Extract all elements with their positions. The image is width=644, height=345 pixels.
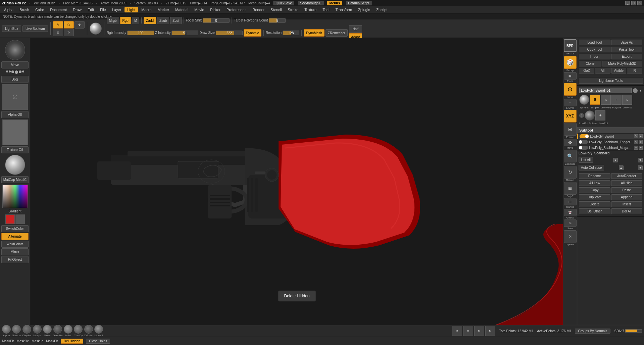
all-button[interactable]: All bbox=[595, 68, 610, 73]
focal-shift-slider[interactable]: Focal Shift 0 bbox=[186, 18, 230, 23]
rgb-button[interactable]: Rgb bbox=[120, 17, 131, 24]
list-down-arrow[interactable]: ▼ bbox=[638, 158, 643, 162]
menu-stencil[interactable]: Stencil bbox=[268, 7, 284, 12]
color-picker[interactable] bbox=[2, 185, 28, 208]
focal-shift-track[interactable]: 0 bbox=[203, 18, 230, 23]
switch-color-button[interactable]: SwitchColor bbox=[1, 225, 29, 232]
zcut-button[interactable]: Zcut bbox=[170, 17, 181, 24]
all-low-button[interactable]: All Low bbox=[579, 180, 610, 186]
import-button[interactable]: Import bbox=[579, 54, 610, 59]
dots-button[interactable]: Dots bbox=[1, 76, 29, 83]
copy-button[interactable]: Copy bbox=[579, 187, 610, 193]
see-through-button[interactable]: See-through 0 bbox=[298, 1, 324, 5]
brush-zmodel[interactable]: ZModel bbox=[84, 325, 93, 337]
zadd-button[interactable]: Zadd bbox=[144, 17, 156, 24]
list-all-button[interactable]: List All bbox=[579, 157, 593, 163]
menu-draw[interactable]: Draw bbox=[70, 7, 84, 12]
draw-size-track[interactable]: 222 bbox=[216, 31, 243, 35]
sphere-icon[interactable] bbox=[579, 95, 589, 105]
half-button[interactable]: Half bbox=[349, 25, 362, 33]
simplet-icon[interactable]: S bbox=[590, 95, 600, 105]
viewport[interactable]: Delete Hidden bbox=[30, 38, 563, 325]
menu-file[interactable]: File bbox=[97, 7, 109, 12]
menu-edit[interactable]: Edit bbox=[85, 7, 97, 12]
subtool-trigger-view[interactable]: 👁 bbox=[639, 140, 643, 144]
move-tool-button[interactable]: ✥ bbox=[75, 21, 85, 29]
del-all-button[interactable]: Del All bbox=[611, 208, 643, 214]
brush-movet[interactable]: Move T bbox=[94, 325, 103, 337]
visible-button[interactable]: Visible bbox=[611, 68, 627, 73]
all-high-button[interactable]: All High bbox=[611, 180, 643, 186]
subtool-magazine-edit[interactable]: ✎ bbox=[634, 146, 638, 150]
duplicate-button[interactable]: Duplicate bbox=[579, 194, 610, 200]
weld-points-button[interactable]: WeldPoints bbox=[1, 241, 29, 248]
rotate-nav-button[interactable]: ↻ bbox=[564, 166, 577, 179]
menu-brush[interactable]: Brush bbox=[17, 7, 32, 12]
del-hidden-button[interactable]: Del Hidden bbox=[61, 339, 83, 344]
subtool-sword-view[interactable]: 👁 bbox=[639, 134, 643, 138]
resolution-track[interactable]: 128 bbox=[283, 31, 299, 35]
brush-move[interactable]: Move bbox=[43, 325, 52, 337]
menu-macro[interactable]: Macro bbox=[139, 7, 154, 12]
lowpot-icon[interactable]: L bbox=[622, 95, 632, 105]
solo-button[interactable]: ① bbox=[564, 219, 577, 227]
menu-light[interactable]: Light bbox=[125, 7, 138, 12]
zoom3d-button[interactable]: 🔍 bbox=[564, 150, 577, 162]
collapse-down-arrow[interactable]: ▼ bbox=[638, 165, 643, 170]
edit-button[interactable]: ✎ bbox=[53, 21, 63, 29]
ghost-button[interactable]: 👻 bbox=[564, 209, 577, 216]
subtool-sword-edit[interactable]: ✎ bbox=[634, 134, 638, 138]
brush-alpha[interactable]: Alpha bbox=[2, 325, 11, 337]
append-button[interactable]: Append bbox=[611, 194, 643, 200]
subtool-trigger-edit[interactable]: ✎ bbox=[634, 140, 638, 144]
z-intensity-track[interactable]: 51 bbox=[171, 31, 198, 35]
delete-button[interactable]: Delete bbox=[579, 201, 610, 207]
texture-preview[interactable] bbox=[2, 119, 28, 145]
close-holes-button[interactable]: Close Holes bbox=[86, 339, 110, 344]
lightbox-tools-button[interactable]: Lightbox►Tools bbox=[579, 78, 643, 84]
menu-zplugin[interactable]: Zplugin bbox=[355, 7, 373, 12]
menu-marker[interactable]: Marker bbox=[155, 7, 172, 12]
brush-inflate[interactable]: Inflat bbox=[64, 325, 72, 337]
save-as-button[interactable]: Save As bbox=[611, 40, 643, 45]
minimize-button[interactable]: _ bbox=[625, 1, 630, 5]
groups-by-normals-button[interactable]: Groups By Normals bbox=[575, 329, 610, 334]
sphere2-icon[interactable] bbox=[585, 110, 595, 120]
zsub-button[interactable]: Zsub bbox=[157, 17, 169, 24]
menu-texture[interactable]: Texture bbox=[302, 7, 319, 12]
matcap-button[interactable]: MatCap MetalC bbox=[1, 176, 29, 183]
rename-button[interactable]: Rename bbox=[579, 173, 610, 179]
sdiv-track[interactable] bbox=[625, 329, 642, 333]
maskla-icon[interactable]: M bbox=[474, 326, 484, 336]
floor-button[interactable]: ▦ bbox=[564, 72, 577, 80]
quicksave-button[interactable]: QuickSave bbox=[274, 1, 294, 5]
paste-button[interactable]: Paste bbox=[611, 187, 643, 193]
menu-movie[interactable]: Movie bbox=[192, 7, 207, 12]
lsym-button[interactable]: ↔ bbox=[564, 99, 577, 106]
mrgb-button[interactable]: Mrgb bbox=[107, 17, 119, 24]
menu-preferences[interactable]: Preferences bbox=[224, 7, 249, 12]
lightbox-button[interactable]: LightBox bbox=[2, 26, 21, 32]
lowpoly-sword-icon[interactable]: ⚔ bbox=[601, 95, 611, 105]
menu-picker[interactable]: Picker bbox=[207, 7, 223, 12]
rgb-intensity-track[interactable]: 100 bbox=[127, 31, 154, 35]
subtool-sword-toggle[interactable] bbox=[580, 134, 589, 138]
auto-collapse-button[interactable]: Auto Collapse bbox=[579, 165, 604, 170]
r-button[interactable]: R bbox=[627, 68, 642, 73]
polyf-button[interactable]: ▦ bbox=[564, 182, 577, 195]
matcap-preview[interactable] bbox=[5, 155, 25, 175]
menu-layer[interactable]: Layer bbox=[109, 7, 124, 12]
menu-render[interactable]: Render bbox=[250, 7, 267, 12]
zremesher-button[interactable]: ZRemesher bbox=[326, 29, 348, 37]
color-sphere[interactable] bbox=[90, 22, 102, 35]
wand-icon[interactable]: ✦ bbox=[595, 110, 605, 120]
live-boolean-button[interactable]: Live Boolean bbox=[22, 26, 48, 32]
subtool-magazine-view[interactable]: 👁 bbox=[639, 146, 643, 150]
menu-tool[interactable]: Tool bbox=[320, 7, 332, 12]
mirror-button[interactable]: Mirror bbox=[1, 248, 29, 255]
transp-button[interactable]: ◫ bbox=[564, 198, 577, 205]
rotate-button[interactable]: ↻ bbox=[64, 29, 74, 36]
persp-button[interactable]: 🎲 bbox=[564, 56, 577, 69]
draw-size-slider[interactable]: Draw Size 222 bbox=[199, 31, 243, 35]
brush-morph[interactable]: Morph bbox=[33, 325, 42, 337]
